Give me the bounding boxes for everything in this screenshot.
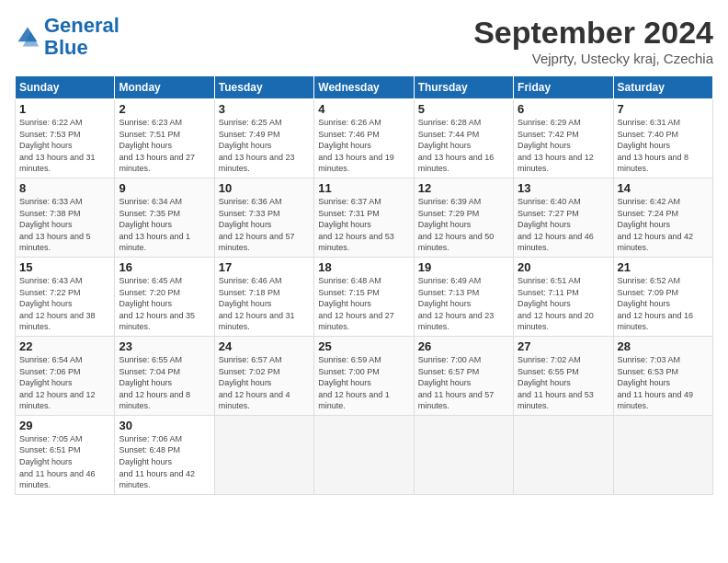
day-info-7: Sunrise: 6:31 AMSunset: 7:40 PMDaylight … [618,117,709,175]
day-number-16: 16 [119,260,210,274]
day-number-14: 14 [618,181,709,195]
day-cell-28: 28Sunrise: 7:03 AMSunset: 6:53 PMDayligh… [613,336,712,415]
day-cell-5: 5Sunrise: 6:28 AMSunset: 7:44 PMDaylight… [414,99,513,178]
day-cell-21: 21Sunrise: 6:52 AMSunset: 7:09 PMDayligh… [613,257,712,336]
header-wednesday: Wednesday [314,76,414,99]
day-info-18: Sunrise: 6:48 AMSunset: 7:15 PMDaylight … [318,275,409,333]
day-info-20: Sunrise: 6:51 AMSunset: 7:11 PMDaylight … [518,275,609,333]
location: Vejprty, Ustecky kraj, Czechia [473,51,713,66]
day-info-10: Sunrise: 6:36 AMSunset: 7:33 PMDaylight … [219,196,310,254]
header-thursday: Thursday [414,76,513,99]
day-cell-25: 25Sunrise: 6:59 AMSunset: 7:00 PMDayligh… [314,336,414,415]
week-row-5: 29Sunrise: 7:05 AMSunset: 6:51 PMDayligh… [16,415,713,494]
day-number-24: 24 [219,339,310,353]
logo-line2: Blue [44,36,88,59]
day-number-13: 13 [518,181,609,195]
day-number-5: 5 [418,102,509,116]
logo-icon [15,24,40,50]
day-cell-18: 18Sunrise: 6:48 AMSunset: 7:15 PMDayligh… [314,257,414,336]
day-cell-9: 9Sunrise: 6:34 AMSunset: 7:35 PMDaylight… [115,178,214,257]
empty-cell [214,415,313,494]
day-cell-23: 23Sunrise: 6:55 AMSunset: 7:04 PMDayligh… [115,336,214,415]
day-number-28: 28 [618,339,709,353]
day-info-24: Sunrise: 6:57 AMSunset: 7:02 PMDaylight … [219,354,310,412]
day-cell-8: 8Sunrise: 6:33 AMSunset: 7:38 PMDaylight… [16,178,115,257]
day-cell-17: 17Sunrise: 6:46 AMSunset: 7:18 PMDayligh… [214,257,313,336]
day-info-22: Sunrise: 6:54 AMSunset: 7:06 PMDaylight … [19,354,110,412]
day-info-8: Sunrise: 6:33 AMSunset: 7:38 PMDaylight … [19,196,110,254]
day-number-21: 21 [618,260,709,274]
page: General Blue September 2024 Vejprty, Ust… [0,0,728,563]
day-info-4: Sunrise: 6:26 AMSunset: 7:46 PMDaylight … [318,117,409,175]
day-number-23: 23 [119,339,210,353]
day-cell-15: 15Sunrise: 6:43 AMSunset: 7:22 PMDayligh… [16,257,115,336]
day-cell-4: 4Sunrise: 6:26 AMSunset: 7:46 PMDaylight… [314,99,414,178]
day-number-10: 10 [219,181,310,195]
day-cell-11: 11Sunrise: 6:37 AMSunset: 7:31 PMDayligh… [314,178,414,257]
header: General Blue September 2024 Vejprty, Ust… [15,15,713,66]
day-cell-13: 13Sunrise: 6:40 AMSunset: 7:27 PMDayligh… [514,178,613,257]
day-cell-30: 30Sunrise: 7:06 AMSunset: 6:48 PMDayligh… [115,415,214,494]
header-tuesday: Tuesday [214,76,313,99]
logo-text: General Blue [44,15,119,59]
day-cell-2: 2Sunrise: 6:23 AMSunset: 7:51 PMDaylight… [115,99,214,178]
day-cell-7: 7Sunrise: 6:31 AMSunset: 7:40 PMDaylight… [613,99,712,178]
day-cell-1: 1Sunrise: 6:22 AMSunset: 7:53 PMDaylight… [16,99,115,178]
day-number-12: 12 [418,181,509,195]
day-number-4: 4 [318,102,409,116]
week-row-4: 22Sunrise: 6:54 AMSunset: 7:06 PMDayligh… [16,336,713,415]
logo: General Blue [15,15,119,59]
day-number-3: 3 [219,102,310,116]
title-block: September 2024 Vejprty, Ustecky kraj, Cz… [473,15,713,66]
empty-cell [514,415,613,494]
day-info-13: Sunrise: 6:40 AMSunset: 7:27 PMDaylight … [518,196,609,254]
day-cell-24: 24Sunrise: 6:57 AMSunset: 7:02 PMDayligh… [214,336,313,415]
day-number-6: 6 [518,102,609,116]
week-row-2: 8Sunrise: 6:33 AMSunset: 7:38 PMDaylight… [16,178,713,257]
day-number-1: 1 [19,102,110,116]
day-number-25: 25 [318,339,409,353]
day-number-26: 26 [418,339,509,353]
day-number-7: 7 [618,102,709,116]
day-cell-29: 29Sunrise: 7:05 AMSunset: 6:51 PMDayligh… [16,415,115,494]
empty-cell [613,415,712,494]
day-info-17: Sunrise: 6:46 AMSunset: 7:18 PMDaylight … [219,275,310,333]
day-cell-12: 12Sunrise: 6:39 AMSunset: 7:29 PMDayligh… [414,178,513,257]
day-number-27: 27 [518,339,609,353]
weekday-header-row: Sunday Monday Tuesday Wednesday Thursday… [16,76,713,99]
day-info-12: Sunrise: 6:39 AMSunset: 7:29 PMDaylight … [418,196,509,254]
day-number-19: 19 [418,260,509,274]
day-info-2: Sunrise: 6:23 AMSunset: 7:51 PMDaylight … [119,117,210,175]
day-info-28: Sunrise: 7:03 AMSunset: 6:53 PMDaylight … [618,354,709,412]
day-cell-16: 16Sunrise: 6:45 AMSunset: 7:20 PMDayligh… [115,257,214,336]
day-info-30: Sunrise: 7:06 AMSunset: 6:48 PMDaylight … [119,433,210,491]
header-saturday: Saturday [613,76,712,99]
day-info-11: Sunrise: 6:37 AMSunset: 7:31 PMDaylight … [318,196,409,254]
day-info-19: Sunrise: 6:49 AMSunset: 7:13 PMDaylight … [418,275,509,333]
day-cell-26: 26Sunrise: 7:00 AMSunset: 6:57 PMDayligh… [414,336,513,415]
day-number-29: 29 [19,419,110,432]
empty-cell [314,415,414,494]
day-info-15: Sunrise: 6:43 AMSunset: 7:22 PMDaylight … [19,275,110,333]
day-info-6: Sunrise: 6:29 AMSunset: 7:42 PMDaylight … [518,117,609,175]
day-number-15: 15 [19,260,110,274]
day-number-11: 11 [318,181,409,195]
day-number-9: 9 [119,181,210,195]
day-cell-27: 27Sunrise: 7:02 AMSunset: 6:55 PMDayligh… [514,336,613,415]
day-info-5: Sunrise: 6:28 AMSunset: 7:44 PMDaylight … [418,117,509,175]
day-number-8: 8 [19,181,110,195]
day-info-14: Sunrise: 6:42 AMSunset: 7:24 PMDaylight … [618,196,709,254]
header-friday: Friday [514,76,613,99]
day-number-17: 17 [219,260,310,274]
day-info-26: Sunrise: 7:00 AMSunset: 6:57 PMDaylight … [418,354,509,412]
day-cell-10: 10Sunrise: 6:36 AMSunset: 7:33 PMDayligh… [214,178,313,257]
day-number-2: 2 [119,102,210,116]
day-cell-20: 20Sunrise: 6:51 AMSunset: 7:11 PMDayligh… [514,257,613,336]
month-title: September 2024 [473,15,713,51]
header-sunday: Sunday [16,76,115,99]
day-info-21: Sunrise: 6:52 AMSunset: 7:09 PMDaylight … [618,275,709,333]
day-info-16: Sunrise: 6:45 AMSunset: 7:20 PMDaylight … [119,275,210,333]
calendar: Sunday Monday Tuesday Wednesday Thursday… [15,75,713,495]
day-number-20: 20 [518,260,609,274]
day-cell-19: 19Sunrise: 6:49 AMSunset: 7:13 PMDayligh… [414,257,513,336]
